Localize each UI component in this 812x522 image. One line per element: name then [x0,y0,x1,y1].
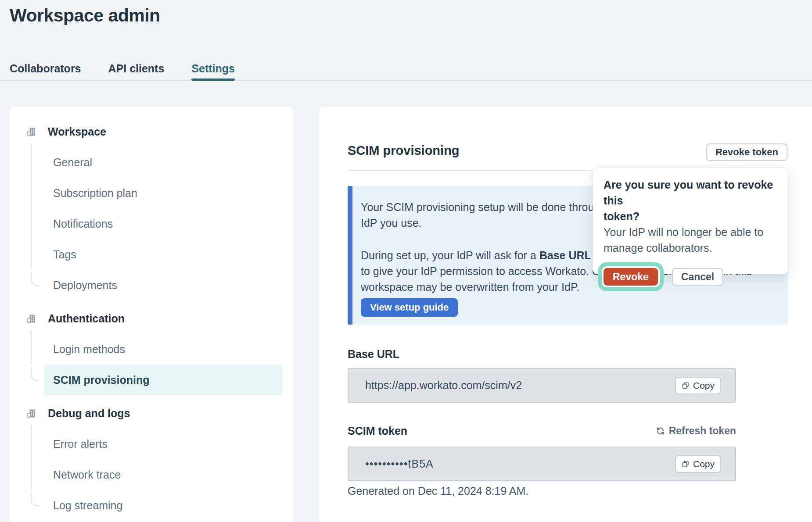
sidebar-section-label: Debug and logs [48,407,130,420]
panel-title: SCIM provisioning [348,143,460,158]
copy-icon [682,382,690,390]
sidebar-item-notifications[interactable]: Notifications [44,208,283,239]
sidebar-section-authentication: Authentication Login methods SCIM provis… [10,303,293,395]
scim-token-label: SCIM token [348,425,407,437]
revoke-confirm-button[interactable]: Revoke [604,268,658,286]
sidebar-section-header: Debug and logs [10,398,293,429]
base-url-field: https://app.workato.com/scim/v2 Copy [348,368,736,403]
page-title: Workspace admin [10,5,160,26]
popover-actions: Revoke Cancel [604,268,777,286]
sidebar-section-header: Workspace [10,116,293,147]
base-url-label: Base URL [348,348,399,361]
sidebar-item-network-trace[interactable]: Network trace [44,459,283,490]
copy-base-url-button[interactable]: Copy [675,377,721,394]
tab-api-clients[interactable]: API clients [108,60,165,80]
sidebar-item-log-streaming[interactable]: Log streaming [44,490,283,521]
popover-body: Your IdP will no longer be able to [604,224,777,240]
sidebar-section-workspace: Workspace General Subscription plan Noti… [10,116,293,300]
sidebar-item-subscription-plan[interactable]: Subscription plan [44,178,283,208]
sidebar-item-deployments[interactable]: Deployments [44,270,283,300]
tab-collaborators[interactable]: Collaborators [10,60,81,80]
view-setup-guide-button[interactable]: View setup guide [361,298,458,317]
popover-title: Are you sure you want to revoke this [604,177,777,208]
sidebar-item-scim-provisioning[interactable]: SCIM provisioning [44,365,283,395]
cancel-button[interactable]: Cancel [672,268,723,286]
sidebar-section-label: Workspace [48,125,106,138]
copy-scim-token-button[interactable]: Copy [675,455,721,473]
refresh-icon [656,426,665,436]
scim-token-field: ••••••••••tB5A Copy [348,447,736,481]
sidebar-item-login-methods[interactable]: Login methods [44,334,283,365]
authentication-building-icon [26,314,36,324]
settings-sidebar: Workspace General Subscription plan Noti… [10,107,293,522]
debug-logs-building-icon [26,408,36,418]
sidebar-section-header: Authentication [10,303,293,334]
scim-token-header-row: SCIM token Refresh token [348,425,736,437]
revoke-confirmation-popover: Are you sure you want to revoke this tok… [593,168,788,274]
sidebar-item-error-alerts[interactable]: Error alerts [44,429,283,459]
revoke-token-button[interactable]: Revoke token [706,143,787,161]
base-url-value: https://app.workato.com/scim/v2 [365,379,522,392]
scim-token-value: ••••••••••tB5A [365,458,434,470]
popover-title: token? [604,208,777,224]
copy-icon [682,460,690,468]
refresh-token-button[interactable]: Refresh token [656,425,736,437]
workspace-building-icon [26,127,36,137]
sidebar-item-general[interactable]: General [44,147,283,178]
sidebar-section-debug-and-logs: Debug and logs Error alerts Network trac… [10,398,293,521]
popover-body: manage collaborators. [604,240,777,256]
sidebar-item-tags[interactable]: Tags [44,239,283,270]
tab-bar: Collaborators API clients Settings [0,60,812,81]
token-generated-note: Generated on Dec 11, 2024 8:19 AM. [348,485,528,497]
sidebar-section-label: Authentication [48,312,125,325]
tab-settings[interactable]: Settings [191,60,235,80]
